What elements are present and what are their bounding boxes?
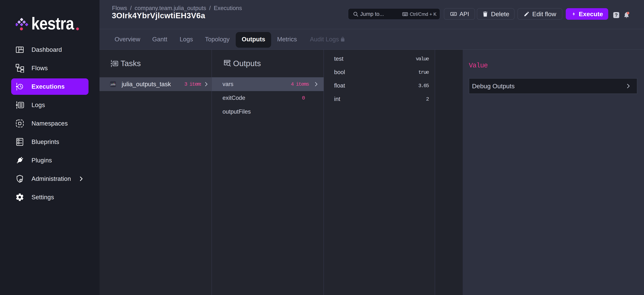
svg-text:kestra: kestra <box>31 16 74 33</box>
svg-text:API: API <box>452 13 455 15</box>
